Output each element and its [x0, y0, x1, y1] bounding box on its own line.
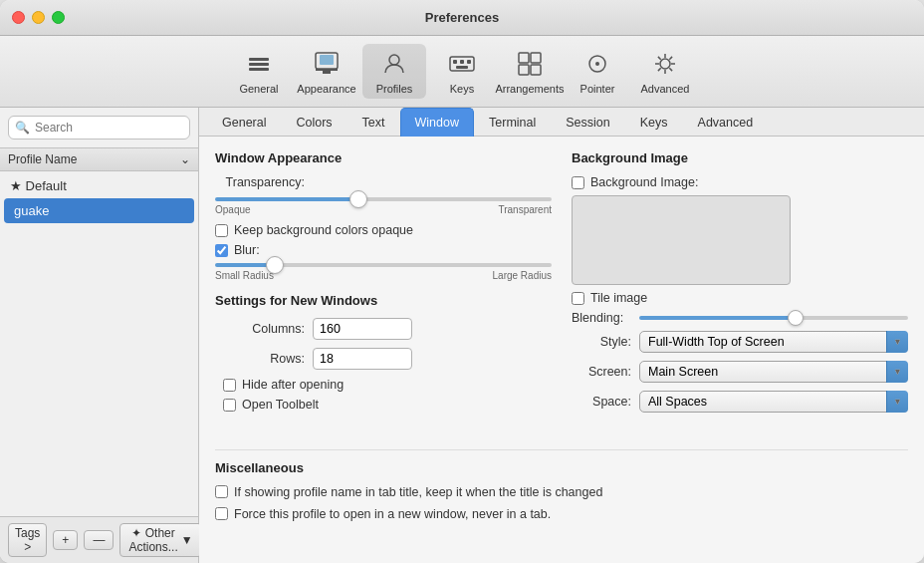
- toolbar-label-general: General: [239, 83, 278, 95]
- svg-rect-4: [316, 69, 338, 71]
- toolbelt-row: Open Toolbelt: [223, 398, 552, 412]
- columns-row: Columns:: [215, 318, 552, 340]
- profile-item-guake[interactable]: guake: [4, 198, 194, 223]
- panel-content: Window Appearance Transparency: Opaque T…: [199, 137, 924, 563]
- blur-label-small: Small Radius: [215, 270, 274, 281]
- window-appearance-title: Window Appearance: [215, 150, 552, 165]
- background-image-title: Background Image: [572, 150, 908, 165]
- header-chevron: ⌄: [180, 152, 190, 166]
- hide-row: Hide after opening: [223, 378, 552, 392]
- svg-rect-0: [249, 58, 269, 61]
- blur-checkbox[interactable]: [215, 244, 228, 257]
- columns-input[interactable]: [313, 318, 412, 340]
- hide-checkbox[interactable]: [223, 379, 236, 392]
- svg-rect-11: [467, 60, 471, 64]
- blur-slider-track[interactable]: [215, 263, 552, 267]
- svg-point-19: [660, 59, 670, 69]
- style-select-arrow[interactable]: ▼: [886, 331, 908, 353]
- profile-list-header: Profile Name ⌄: [0, 147, 198, 171]
- svg-point-18: [595, 62, 599, 66]
- toolbar-item-appearance[interactable]: Appearance: [295, 44, 358, 99]
- toolbar-label-appearance: Appearance: [297, 83, 355, 95]
- style-select[interactable]: Full-Width Top of Screen: [639, 331, 908, 353]
- right-panel: General Colors Text Window Terminal Sess…: [199, 108, 924, 563]
- svg-rect-13: [519, 53, 529, 63]
- screen-select[interactable]: Main Screen: [639, 361, 908, 383]
- sidebar: 🔍 Profile Name ⌄ ★ Default guake Tags > …: [0, 108, 199, 563]
- tab-advanced[interactable]: Advanced: [683, 108, 769, 137]
- maximize-button[interactable]: [52, 11, 65, 24]
- transparency-slider-labels: Opaque Transparent: [215, 204, 552, 215]
- toolbar-item-general[interactable]: General: [227, 44, 291, 99]
- misc-option2-checkbox[interactable]: [215, 507, 228, 520]
- minimize-button[interactable]: [32, 11, 45, 24]
- misc-option2-row: Force this profile to open in a new wind…: [215, 507, 908, 521]
- pointer-icon: [581, 48, 613, 80]
- toolbar-item-advanced[interactable]: Advanced: [633, 44, 697, 99]
- rows-input[interactable]: [313, 348, 412, 370]
- blending-slider-track[interactable]: [639, 316, 908, 320]
- bg-image-label: Background Image:: [590, 175, 698, 189]
- window-controls: [12, 11, 65, 24]
- tab-colors[interactable]: Colors: [281, 108, 346, 137]
- settings-new-windows-title: Settings for New Windows: [215, 293, 552, 308]
- tab-text[interactable]: Text: [347, 108, 400, 137]
- tags-button[interactable]: Tags >: [8, 523, 47, 557]
- rows-row: Rows:: [215, 348, 552, 370]
- profile-list: ★ Default guake: [0, 171, 198, 516]
- misc-section: Miscellaneous If showing profile name in…: [215, 449, 908, 550]
- toolbar-label-arrangements: Arrangements: [495, 83, 564, 95]
- tile-checkbox[interactable]: [572, 292, 584, 305]
- window: Preferences General Ap: [0, 0, 924, 563]
- bg-image-checkbox[interactable]: [572, 176, 584, 189]
- space-label: Space:: [572, 395, 631, 409]
- advanced-icon: [649, 48, 681, 80]
- blur-label-large: Large Radius: [493, 270, 552, 281]
- keep-bg-label: Keep background colors opaque: [234, 223, 413, 237]
- profile-item-default[interactable]: ★ Default: [0, 173, 198, 198]
- tab-window[interactable]: Window: [400, 108, 474, 137]
- keep-bg-row: Keep background colors opaque: [215, 223, 552, 237]
- toolbar-item-keys[interactable]: Keys: [430, 44, 494, 99]
- space-select-arrow[interactable]: ▼: [886, 391, 908, 413]
- blending-row: Blending:: [572, 311, 908, 325]
- blur-slider-container: Small Radius Large Radius: [215, 263, 552, 281]
- tile-row: Tile image: [572, 291, 908, 305]
- other-actions-button[interactable]: ✦ Other Actions... ▼: [119, 523, 201, 557]
- transparent-label-opaque: Opaque: [215, 204, 251, 215]
- add-profile-button[interactable]: +: [53, 530, 78, 550]
- bg-image-row: Background Image:: [572, 175, 908, 189]
- tab-terminal[interactable]: Terminal: [474, 108, 551, 137]
- search-container: 🔍: [8, 116, 190, 140]
- toolbar-item-pointer[interactable]: Pointer: [566, 44, 629, 99]
- tab-general[interactable]: General: [207, 108, 281, 137]
- transparent-label-transparent: Transparent: [498, 204, 552, 215]
- titlebar: Preferences: [0, 0, 924, 36]
- svg-rect-15: [519, 65, 529, 75]
- transparency-slider-track[interactable]: [215, 197, 552, 201]
- tab-keys[interactable]: Keys: [625, 108, 683, 137]
- window-title: Preferences: [425, 10, 499, 25]
- toolbelt-checkbox[interactable]: [223, 399, 236, 412]
- search-input[interactable]: [8, 116, 190, 140]
- keep-bg-checkbox[interactable]: [215, 224, 228, 237]
- toolbar-item-profiles[interactable]: Profiles: [362, 44, 426, 99]
- screen-select-arrow[interactable]: ▼: [886, 361, 908, 383]
- profile-name-label: Profile Name: [8, 152, 77, 166]
- toolbar-item-arrangements[interactable]: Arrangements: [498, 44, 562, 99]
- style-label: Style:: [572, 335, 631, 349]
- appearance-icon: [311, 48, 343, 80]
- space-select[interactable]: All Spaces: [639, 391, 908, 413]
- space-row: Space: All Spaces ▼: [572, 391, 908, 413]
- misc-option1-label: If showing profile name in tab title, ke…: [234, 485, 602, 499]
- misc-option1-checkbox[interactable]: [215, 485, 228, 498]
- tab-session[interactable]: Session: [551, 108, 624, 137]
- blending-slider-thumb[interactable]: [788, 310, 804, 326]
- close-button[interactable]: [12, 11, 25, 24]
- left-column: Window Appearance Transparency: Opaque T…: [215, 150, 552, 441]
- toolbar-label-pointer: Pointer: [580, 83, 615, 95]
- main-content: 🔍 Profile Name ⌄ ★ Default guake Tags > …: [0, 108, 924, 563]
- remove-profile-button[interactable]: —: [84, 530, 114, 550]
- svg-rect-16: [531, 65, 541, 75]
- blur-slider-thumb[interactable]: [266, 256, 284, 274]
